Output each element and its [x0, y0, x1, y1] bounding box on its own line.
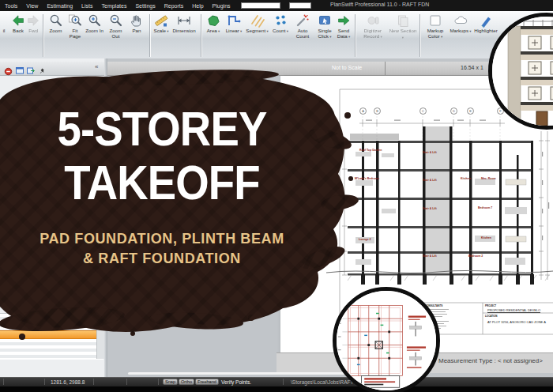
titleblock-location-label: LOCATION: [485, 315, 497, 318]
ribbon-button-fit-page[interactable]: Fit Page: [66, 13, 84, 51]
menu-input-1[interactable]: [241, 2, 280, 9]
send-data-arrow-icon: [337, 13, 351, 28]
titleblock-project-label: PROJECT: [485, 304, 496, 307]
overlay-title-line1: 5-STOREY: [20, 104, 305, 153]
ribbon-button-single-click[interactable]: Single Click: [315, 13, 334, 51]
ribbon-button-auto-count[interactable]: Auto Count: [292, 13, 314, 51]
magnifier-icon: [49, 13, 63, 28]
bottom-black-strip: [0, 386, 553, 392]
room-label: Kitchen: [461, 177, 471, 180]
menu-templates[interactable]: Templates: [101, 3, 126, 9]
ribbon-separator: [149, 14, 150, 57]
room-label: Stair & Lift: [423, 179, 437, 182]
markup-color-swatch-icon: [428, 13, 442, 28]
menu-input-2[interactable]: [289, 2, 311, 9]
ribbon-button-zoom[interactable]: Zoom: [45, 13, 66, 51]
room-label: Stair & Lift: [423, 207, 437, 210]
menu-lists[interactable]: Lists: [81, 3, 92, 9]
room-label: Kitchen: [481, 236, 491, 239]
forward-arrow-icon: [26, 13, 40, 28]
ribbon-button-scale[interactable]: Scale: [152, 13, 170, 51]
room-label: Stair & Lift: [423, 151, 437, 154]
menu-plugins[interactable]: Plugins: [213, 3, 231, 9]
snap-toggle[interactable]: Snap: [163, 379, 178, 385]
magic-wand-icon: [295, 13, 310, 28]
statusbar-divider: [93, 379, 94, 385]
titleblock-project-value: PROPOSED RESIDENTIAL DEVELO: [487, 308, 540, 313]
statusbar-divider: [126, 379, 127, 385]
ribbon-button-count[interactable]: Count: [270, 13, 291, 51]
new-section-icon: [396, 13, 410, 28]
highlighter-icon: [479, 13, 493, 28]
header-divider: [385, 62, 386, 75]
verify-points-label: Verify Points.: [221, 379, 251, 385]
freehand-toggle[interactable]: Freehand: [195, 379, 219, 385]
linear-path-icon: [227, 13, 241, 28]
room-label: Mec. Room: [481, 177, 496, 180]
ribbon-button-send-data[interactable]: Send Data: [335, 13, 352, 51]
dimension-icon: [177, 13, 191, 28]
app-window: Tools View Estimating Lists Templates Se…: [0, 0, 553, 392]
ribbon-button-markup-color[interactable]: Markup Color: [423, 13, 447, 51]
ribbon-button-area[interactable]: Area: [204, 13, 223, 51]
room-label: Roof Top Garden: [359, 149, 382, 152]
ribbon-button-segment[interactable]: Segment: [245, 13, 269, 51]
menu-view[interactable]: View: [26, 3, 38, 9]
menu-reports[interactable]: Reports: [164, 3, 184, 9]
menu-help[interactable]: Help: [192, 3, 203, 9]
window-title: PlanSwift Professional 11.0 - RAFT FDN: [330, 2, 429, 7]
ribbon-button-linear[interactable]: Linear: [224, 13, 244, 51]
horizontal-scrollbar[interactable]: [128, 372, 371, 375]
scale-ruler-icon: [154, 13, 168, 28]
ribbon-separator: [355, 14, 356, 57]
ribbon-button-dimension[interactable]: Dimension: [170, 13, 198, 51]
cloud-markup-icon: [453, 13, 468, 28]
grid-bubble-b: B: [374, 107, 381, 115]
magnifier-plus-icon: [88, 13, 102, 28]
ortho-toggle[interactable]: Ortho: [179, 379, 194, 385]
ribbon-button-pan[interactable]: Pan: [126, 13, 147, 51]
menu-tools[interactable]: Tools: [5, 3, 17, 9]
page-size-label: 16.54 x 1: [461, 65, 483, 70]
ribbon-button-back[interactable]: Back: [10, 13, 26, 51]
statusbar-divider: [44, 379, 45, 385]
overlay-subtitle-line1: PAD FOUNDATION, PLINTH BEAM: [0, 231, 324, 247]
statusbar-divider: [3, 379, 4, 385]
ribbon-toolbar: il Back Fwd Zoom Fit Page Zoom In Zoom O…: [0, 11, 553, 59]
area-polygon-icon: [206, 13, 220, 28]
statusbar-divider: [158, 379, 159, 385]
ribbon-button-fwd[interactable]: Fwd: [26, 13, 40, 51]
overlay-title-line2: TAKEOFF: [20, 158, 305, 207]
measurement-type-label: Measurement Type : < not assigned>: [438, 357, 543, 364]
statusbar-divider: [283, 379, 284, 385]
titleblock-location-value: AT PLOT 3256, ASOKORO CAD ZONE A: [487, 320, 546, 324]
ribbon-button-clipped[interactable]: il: [0, 13, 8, 51]
ribbon-button-new-section[interactable]: New Section: [389, 13, 417, 51]
grid-bubble-c: C: [419, 107, 427, 115]
grid-bubble-e: E: [467, 107, 474, 115]
room-label: Bedroom 2: [468, 254, 483, 258]
menu-estimating[interactable]: Estimating: [47, 3, 73, 9]
ribbon-button-zoom-in[interactable]: Zoom In: [84, 13, 105, 51]
cursor-coordinates: 1281.6, 2988.8: [51, 379, 85, 385]
room-label: Stair & Lift: [423, 254, 437, 258]
single-click-icon: [318, 13, 332, 28]
grid-bubble-d: D: [450, 107, 457, 115]
overlay-subtitle-line2: & RAFT FOUNDATION: [0, 251, 324, 266]
hand-icon: [130, 13, 144, 28]
clipped-icon: [0, 13, 8, 28]
digitizer-icon: [366, 13, 380, 28]
menu-bar: Tools View Estimating Lists Templates Se…: [0, 0, 553, 11]
room-label: Bedroom 7: [478, 206, 492, 209]
magnifier-minus-icon: [109, 13, 123, 28]
ribbon-separator: [43, 14, 43, 57]
back-arrow-icon: [11, 13, 25, 28]
ribbon-separator: [419, 14, 420, 57]
ribbon-button-zoom-out[interactable]: Zoom Out: [105, 13, 126, 51]
raft-foundation-zoom: [337, 291, 436, 390]
segment-lines-icon: [250, 13, 265, 28]
ribbon-button-digitizer-record[interactable]: Digitizer Record: [358, 13, 388, 51]
count-dots-icon: [273, 13, 288, 28]
ribbon-button-markups[interactable]: Markups: [449, 13, 472, 51]
menu-settings[interactable]: Settings: [135, 3, 155, 9]
